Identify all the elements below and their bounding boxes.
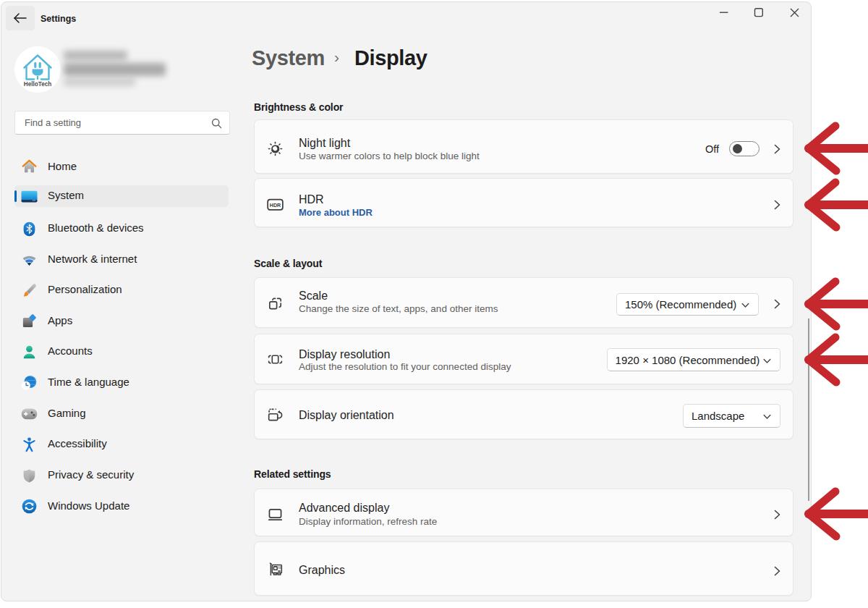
svg-text:HDR: HDR [270, 202, 281, 208]
svg-text:HelloTech: HelloTech [24, 81, 52, 88]
